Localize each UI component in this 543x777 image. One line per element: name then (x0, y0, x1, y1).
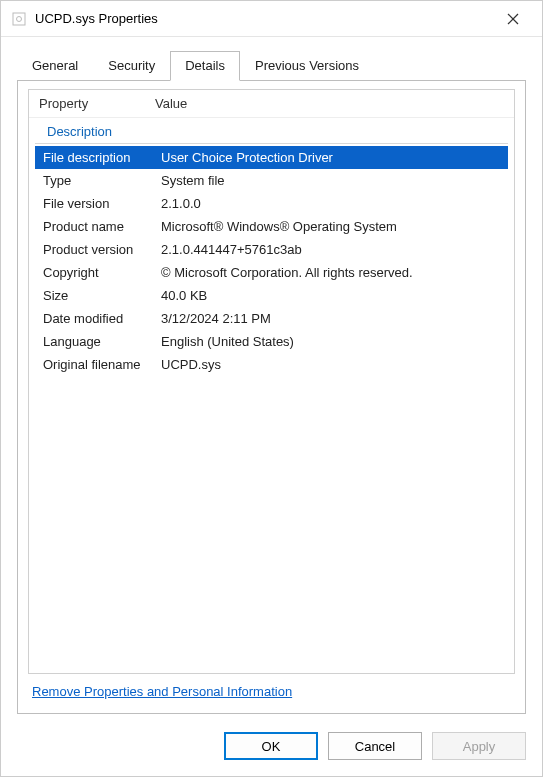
property-row[interactable]: File descriptionUser Choice Protection D… (35, 146, 508, 169)
property-row[interactable]: Product nameMicrosoft® Windows® Operatin… (35, 215, 508, 238)
property-name: File description (35, 150, 161, 165)
group-description: Description (35, 118, 508, 144)
column-value[interactable]: Value (155, 96, 514, 111)
property-value: 3/12/2024 2:11 PM (161, 311, 508, 326)
file-icon (11, 11, 27, 27)
property-name: Date modified (35, 311, 161, 326)
property-value: System file (161, 173, 508, 188)
tab-security[interactable]: Security (93, 51, 170, 80)
property-value: Microsoft® Windows® Operating System (161, 219, 508, 234)
column-headers: Property Value (29, 90, 514, 118)
property-value: 40.0 KB (161, 288, 508, 303)
property-value: 2.1.0.441447+5761c3ab (161, 242, 508, 257)
property-row[interactable]: Date modified3/12/2024 2:11 PM (35, 307, 508, 330)
property-rows: File descriptionUser Choice Protection D… (29, 146, 514, 673)
tab-strip: General Security Details Previous Versio… (1, 37, 542, 80)
property-name: Language (35, 334, 161, 349)
property-row[interactable]: LanguageEnglish (United States) (35, 330, 508, 353)
svg-rect-0 (13, 13, 25, 25)
svg-point-1 (17, 16, 22, 21)
property-value: © Microsoft Corporation. All rights rese… (161, 265, 508, 280)
property-row[interactable]: Copyright© Microsoft Corporation. All ri… (35, 261, 508, 284)
dialog-buttons: OK Cancel Apply (1, 724, 542, 776)
property-value: 2.1.0.0 (161, 196, 508, 211)
remove-properties-link[interactable]: Remove Properties and Personal Informati… (32, 684, 292, 699)
column-property[interactable]: Property (29, 96, 155, 111)
property-row[interactable]: Product version2.1.0.441447+5761c3ab (35, 238, 508, 261)
cancel-button[interactable]: Cancel (328, 732, 422, 760)
property-row[interactable]: Original filenameUCPD.sys (35, 353, 508, 376)
titlebar: UCPD.sys Properties (1, 1, 542, 37)
property-list[interactable]: Property Value Description File descript… (28, 89, 515, 674)
property-row[interactable]: TypeSystem file (35, 169, 508, 192)
tab-previous-versions[interactable]: Previous Versions (240, 51, 374, 80)
tab-general[interactable]: General (17, 51, 93, 80)
tab-details[interactable]: Details (170, 51, 240, 81)
properties-dialog: UCPD.sys Properties General Security Det… (0, 0, 543, 777)
property-value: English (United States) (161, 334, 508, 349)
property-row[interactable]: Size40.0 KB (35, 284, 508, 307)
ok-button[interactable]: OK (224, 732, 318, 760)
close-button[interactable] (492, 4, 534, 34)
property-name: Size (35, 288, 161, 303)
property-value: User Choice Protection Driver (161, 150, 508, 165)
link-row: Remove Properties and Personal Informati… (28, 674, 515, 703)
property-name: Original filename (35, 357, 161, 372)
property-name: File version (35, 196, 161, 211)
property-value: UCPD.sys (161, 357, 508, 372)
apply-button[interactable]: Apply (432, 732, 526, 760)
property-row[interactable]: File version2.1.0.0 (35, 192, 508, 215)
window-title: UCPD.sys Properties (35, 11, 492, 26)
property-name: Copyright (35, 265, 161, 280)
property-name: Product version (35, 242, 161, 257)
property-name: Type (35, 173, 161, 188)
property-name: Product name (35, 219, 161, 234)
details-panel: Property Value Description File descript… (17, 80, 526, 714)
